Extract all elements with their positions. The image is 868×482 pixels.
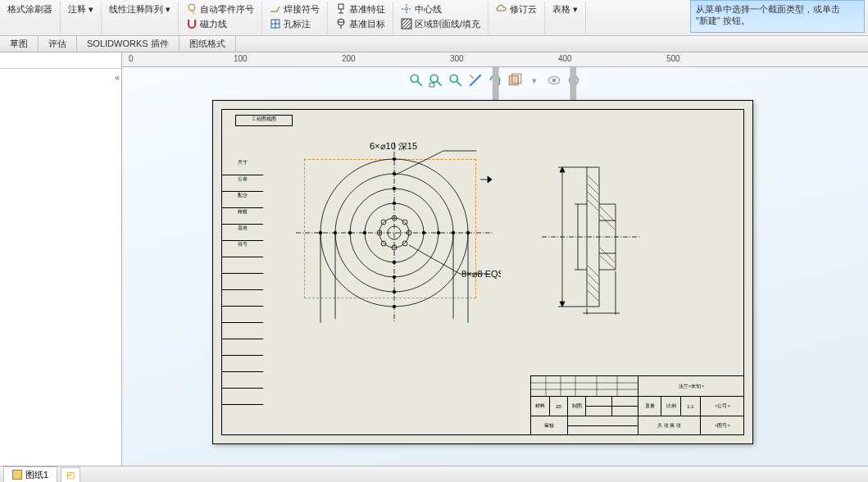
hint-line2: "新建" 按钮。 (696, 15, 859, 26)
cloud-icon (496, 3, 507, 15)
side-view[interactable] (542, 159, 640, 315)
balloon-icon (186, 3, 198, 15)
centerline-icon (401, 3, 412, 15)
hatch-icon (401, 18, 412, 30)
svg-text:6×⌀10 深15: 6×⌀10 深15 (370, 143, 417, 151)
svg-point-5 (411, 75, 418, 82)
weld-icon (270, 3, 281, 15)
hide-show-icon[interactable]: ▾ (527, 73, 542, 88)
weld-symbol-button[interactable]: 焊接符号 (267, 2, 322, 16)
hole-callout-button[interactable]: 孔标注 (267, 16, 322, 31)
svg-line-62 (588, 282, 598, 293)
svg-point-41 (422, 231, 425, 234)
feature-search[interactable] (0, 52, 121, 69)
magnet-icon (186, 18, 198, 30)
datum-feature-icon (335, 3, 347, 15)
graphics-area[interactable]: ▾ 工程图视图 尺寸公差配合 粗糙基准符号 (122, 67, 868, 466)
svg-point-32 (393, 157, 396, 161)
svg-point-44 (393, 187, 396, 190)
hole-icon (270, 18, 281, 30)
feature-manager-pane[interactable]: « (0, 52, 122, 466)
svg-line-58 (588, 192, 598, 202)
zoom-previous-icon[interactable] (448, 73, 463, 88)
tab-addins[interactable]: SOLIDWORKS 插件 (77, 36, 180, 52)
sheet-icon (12, 470, 22, 480)
svg-line-59 (588, 200, 598, 211)
ribbon: 格式涂刷器 注释 ▾ 线性注释阵列 ▾ 自动零件序号 磁力线 焊接符号 (0, 0, 868, 36)
svg-point-39 (437, 231, 440, 234)
revision-cloud-button[interactable]: 修订云 (493, 2, 539, 16)
datum-target-icon (335, 18, 347, 30)
svg-point-46 (393, 202, 396, 205)
zoom-area-icon[interactable] (409, 73, 424, 88)
tables-button[interactable]: 表格 ▾ (550, 2, 580, 16)
collapse-tree-icon[interactable]: « (115, 72, 120, 82)
svg-point-38 (348, 231, 352, 234)
sheet-tabs-bar: 图纸1 ◰ (0, 466, 868, 482)
front-view[interactable]: 6×⌀10 深15 8×⌀8 EQS (288, 143, 501, 323)
svg-point-40 (363, 231, 366, 234)
svg-point-47 (393, 261, 396, 264)
svg-rect-2 (339, 4, 343, 9)
linear-pattern-button[interactable]: 线性注释阵列 ▾ (107, 2, 173, 16)
heads-up-toolbar: ▾ (404, 70, 586, 90)
svg-point-0 (189, 4, 195, 11)
horizontal-ruler: 0 100 200 300 400 500 (122, 52, 868, 67)
datum-target-button[interactable]: 基准目标 (333, 16, 388, 31)
section-view-icon[interactable] (468, 73, 483, 88)
svg-rect-7 (429, 83, 434, 87)
add-sheet-button[interactable]: ◰ (61, 467, 80, 482)
add-sheet-icon: ◰ (66, 470, 75, 480)
dimension-column: 尺寸公差配合 粗糙基准符号 (222, 159, 263, 405)
svg-point-43 (393, 290, 396, 293)
auto-balloon-button[interactable]: 自动零件序号 (184, 2, 257, 16)
svg-line-65 (600, 215, 615, 230)
title-block: 法兰<未知> 材料 20 制图 质量 比例 1:1 <公司> 审核 共 张 第 … (530, 375, 743, 434)
annotation-button[interactable]: 注释 ▾ (66, 2, 96, 16)
svg-point-6 (430, 75, 438, 82)
svg-text:8×⌀8 EQS: 8×⌀8 EQS (461, 269, 501, 279)
view-label: 工程图视图 (235, 115, 293, 126)
svg-point-8 (450, 75, 457, 82)
svg-line-61 (588, 274, 598, 284)
zoom-fit-icon[interactable] (429, 73, 443, 88)
section-type-hint-panel: 从菜单中选择一个截面类型，或单击 "新建" 按钮。 (690, 0, 865, 33)
datum-feature-button[interactable]: 基准特征 (333, 2, 388, 16)
command-tabstrip: 草图 评估 SOLIDWORKS 插件 图纸格式 (0, 36, 868, 52)
format-painter-button[interactable]: 格式涂刷器 (5, 2, 55, 16)
tab-sketch[interactable]: 草图 (0, 36, 39, 52)
area-hatch-button[interactable]: 区域剖面线/填充 (398, 16, 483, 31)
svg-line-56 (588, 175, 598, 186)
sheet-border: 工程图视图 尺寸公差配合 粗糙基准符号 (221, 109, 744, 435)
svg-line-57 (588, 184, 598, 194)
svg-point-45 (393, 275, 396, 279)
tab-sheet-format[interactable]: 图纸格式 (180, 36, 236, 52)
drawing-sheet[interactable]: 工程图视图 尺寸公差配合 粗糙基准符号 (212, 100, 753, 444)
svg-point-33 (393, 305, 396, 308)
centerline-button[interactable]: 中心线 (398, 2, 483, 16)
magnetic-line-button[interactable]: 磁力线 (184, 16, 257, 31)
svg-line-67 (600, 256, 615, 269)
hint-line1: 从菜单中选择一个截面类型，或单击 (696, 3, 859, 15)
svg-line-64 (600, 207, 615, 221)
svg-line-63 (588, 290, 598, 301)
sheet1-tab[interactable]: 图纸1 (3, 466, 57, 483)
svg-line-66 (600, 248, 615, 262)
svg-line-60 (588, 266, 598, 276)
tab-evaluate[interactable]: 评估 (39, 36, 77, 52)
